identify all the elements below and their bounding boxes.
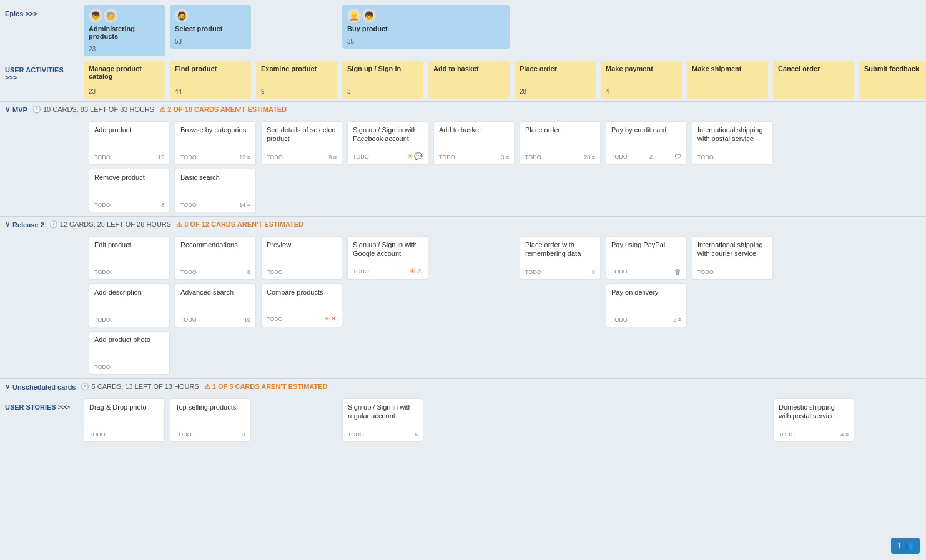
card-icons: ✳ ⚠ (410, 267, 423, 275)
card-title: Add product photo (94, 335, 164, 344)
card-footer: TODO ✳ ✕ (267, 315, 337, 323)
activity-num: 9 (261, 88, 265, 95)
card-footer: TODO 20 ≡ (525, 154, 595, 160)
card-footer: TODO (697, 154, 767, 160)
clock-icon: 🕐 (81, 383, 89, 390)
mvp-cards-area: Add product TODO 15 Remove product TODO … (0, 117, 926, 216)
user-stories-label: USER STORIES >>> (0, 398, 81, 416)
release2-label: Release 2 (12, 221, 44, 228)
activity-card-manage[interactable]: Manage product catalog 23 (84, 61, 165, 99)
story-card-basic-search[interactable]: Basic search TODO 14 ≡ (175, 169, 256, 212)
release2-info-text: 12 CARDS, 28 LEFT OF 28 HOURS (60, 220, 171, 228)
activity-card-find[interactable]: Find product 44 (170, 61, 251, 99)
clock-icon: 🕐 (32, 106, 41, 113)
card-icons: ✳ ✕ (324, 315, 337, 323)
story-card-signup-google[interactable]: Sign up / Sign in with Google account TO… (347, 236, 428, 280)
activity-title: Cancel order (778, 65, 849, 72)
card-todo: TODO (267, 269, 283, 275)
card-title: Pay using PayPal (611, 240, 681, 249)
story-card-add-product[interactable]: Add product TODO 15 (89, 121, 170, 165)
epics-row: Epics >>> 👦 🧓 Administering products 23 … (0, 0, 926, 59)
card-todo: TODO (348, 431, 364, 438)
activity-card-examine[interactable]: Examine product 9 (256, 61, 337, 99)
epic-card-administering[interactable]: 👦 🧓 Administering products 23 (84, 5, 165, 56)
card-todo: TODO (267, 154, 283, 160)
card-title: Basic search (180, 173, 250, 182)
mvp-info-text: 10 CARDS, 83 LEFT OF 83 HOURS (43, 106, 154, 113)
epic-num: 53 (175, 38, 182, 45)
story-card-order-remember[interactable]: Place order with remembering data TODO 8 (520, 236, 601, 280)
card-title: International shipping with courier serv… (697, 240, 767, 258)
activity-card-feedback[interactable]: Submit feedback (859, 61, 926, 99)
mvp-section-header: ∨ MVP 🕐 10 CARDS, 83 LEFT OF 83 HOURS ⚠ … (0, 101, 926, 117)
card-footer: TODO ✳ 💬 (353, 152, 423, 160)
card-todo: TODO (94, 154, 111, 160)
story-card-add-basket[interactable]: Add to basket TODO 3 ≡ (433, 121, 515, 165)
card-num: 9 ≡ (328, 154, 337, 160)
story-card-pay-delivery[interactable]: Pay on delivery TODO 2 ≡ (606, 283, 687, 327)
activity-card-signup[interactable]: Sign up / Sign in 3 (342, 61, 423, 99)
story-card-remove-product[interactable]: Remove product TODO 8 (89, 169, 170, 212)
card-title: Sign up / Sign in with Facebook account (353, 125, 423, 144)
card-num: 6 (415, 431, 418, 438)
story-card-top-selling[interactable]: Top selling products TODO 3 (170, 398, 251, 442)
fire-icon: ✳ (410, 267, 415, 275)
activity-num: 28 (520, 88, 526, 95)
story-card-drag-drop[interactable]: Drag & Drop photo TODO (84, 398, 165, 442)
activity-card-basket[interactable]: Add to basket (428, 61, 510, 99)
story-card-add-desc[interactable]: Add description TODO (89, 283, 170, 327)
story-card-intl-postal[interactable]: International shipping with postal servi… (692, 121, 773, 165)
mvp-warn: ⚠ 2 OF 10 CARDS AREN'T ESTIMATED (159, 106, 287, 114)
story-card-pay-credit[interactable]: Pay by credit card TODO 2 🛡 (606, 121, 687, 165)
board: Epics >>> 👦 🧓 Administering products 23 … (0, 0, 926, 446)
card-num: 8 (247, 269, 250, 275)
card-title: Edit product (94, 240, 164, 249)
epic-card-select[interactable]: 🧔 Select product 53 (170, 5, 251, 49)
activity-title: Make shipment (692, 65, 763, 72)
mvp-col-3: See details of selected product TODO 9 ≡ (261, 121, 342, 165)
us-col-2: Top selling products TODO 3 (170, 398, 251, 442)
story-card-compare[interactable]: Compare products TODO ✳ ✕ (261, 283, 342, 327)
card-footer: TODO 9 ≡ (267, 154, 337, 160)
story-card-pay-paypal[interactable]: Pay using PayPal TODO 🗑 (606, 236, 687, 280)
card-footer: TODO ✳ ⚠ (353, 267, 423, 275)
mvp-info: 🕐 10 CARDS, 83 LEFT OF 83 HOURS (32, 106, 154, 114)
unscheduled-info-text: 5 CARDS, 13 LEFT OF 13 HOURS (92, 383, 199, 390)
epic-card-buy[interactable]: 👱 👦 Buy product 35 (342, 5, 510, 49)
release2-toggle[interactable]: ∨ (5, 220, 10, 228)
card-todo: TODO (89, 431, 106, 438)
story-card-browse[interactable]: Browse by categories TODO 12 ≡ (175, 121, 256, 165)
story-card-edit-product[interactable]: Edit product TODO (89, 236, 170, 280)
avatar: 👦 (89, 9, 102, 22)
activity-card-cancel[interactable]: Cancel order (773, 61, 854, 99)
story-card-domestic-postal[interactable]: Domestic shipping with postal service TO… (773, 398, 854, 442)
activity-card-order[interactable]: Place order 28 (515, 61, 596, 99)
story-card-signup-regular[interactable]: Sign up / Sign in with regular account T… (342, 398, 423, 442)
story-card-advanced-search[interactable]: Advanced search TODO 10 (175, 283, 256, 327)
activity-card-payment[interactable]: Make payment 4 (601, 61, 682, 99)
fire-icon: ✳ (407, 152, 413, 160)
story-card-preview[interactable]: Preview TODO (261, 236, 342, 280)
mvp-toggle[interactable]: ∨ (5, 106, 10, 114)
card-title: Pay on delivery (611, 288, 681, 297)
card-todo: TODO (175, 431, 192, 438)
story-card-see-details[interactable]: See details of selected product TODO 9 ≡ (261, 121, 342, 165)
unscheduled-toggle[interactable]: ∨ (5, 383, 10, 391)
warn-icon: ⚠ (416, 267, 423, 275)
activity-card-shipment[interactable]: Make shipment (687, 61, 768, 99)
story-card-intl-courier[interactable]: International shipping with courier serv… (692, 236, 773, 280)
card-footer: TODO 10 (180, 317, 250, 323)
activity-num: 4 (606, 88, 609, 95)
story-card-place-order[interactable]: Place order TODO 20 ≡ (520, 121, 601, 165)
card-title: Compare products (267, 288, 337, 297)
story-card-signup-fb[interactable]: Sign up / Sign in with Facebook account … (347, 121, 428, 165)
card-title: See details of selected product (267, 125, 337, 144)
clock-icon: 🕐 (49, 220, 58, 228)
story-card-recommendations[interactable]: Recommendations TODO 8 (175, 236, 256, 280)
card-title: Drag & Drop photo (89, 403, 159, 411)
story-card-add-photo[interactable]: Add product photo TODO (89, 331, 170, 375)
release2-section-header: ∨ Release 2 🕐 12 CARDS, 28 LEFT OF 28 HO… (0, 216, 926, 232)
us-col-1: Drag & Drop photo TODO (84, 398, 165, 442)
card-footer: TODO 6 (348, 431, 418, 438)
r2-col-6: Place order with remembering data TODO 8 (520, 236, 601, 280)
